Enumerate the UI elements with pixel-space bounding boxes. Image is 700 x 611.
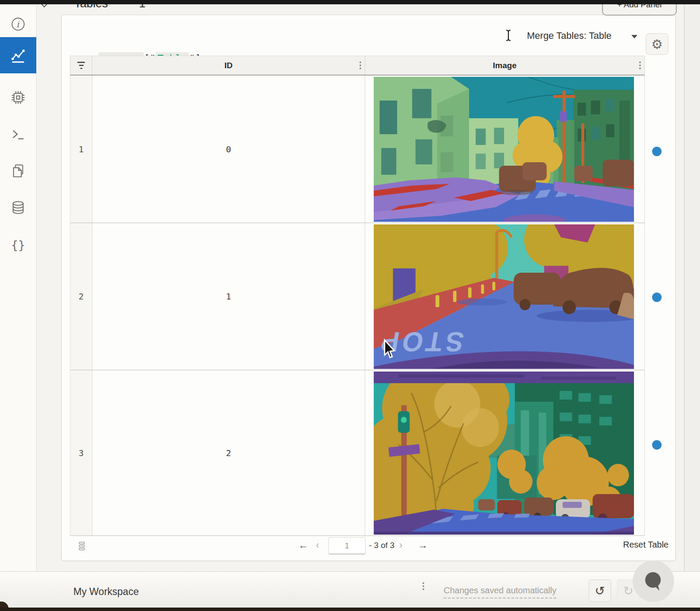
chat-fab[interactable] xyxy=(633,561,674,602)
page-scrollbar[interactable] xyxy=(684,4,700,571)
undo-button[interactable]: ↺ xyxy=(589,580,611,602)
window-bottom-edge xyxy=(0,608,700,611)
column-label: Image xyxy=(493,61,517,70)
cell-image[interactable]: STOP xyxy=(365,223,644,370)
workspace-footer: My Workspace Changes saved automatically… xyxy=(0,571,700,611)
cell-id: 1 xyxy=(92,223,365,370)
previous-page-button[interactable]: ‹ xyxy=(316,539,319,551)
reset-table-button[interactable]: Reset Table xyxy=(623,540,668,550)
table-rows-icon[interactable] xyxy=(79,542,85,551)
sidebar-item-code[interactable]: {} xyxy=(0,229,36,260)
code-braces-icon: {} xyxy=(10,236,26,253)
svg-text:i: i xyxy=(16,19,20,29)
autosave-status[interactable]: Changes saved automatically xyxy=(444,586,556,598)
table-corner-cell xyxy=(70,56,92,75)
column-header-id[interactable]: ID xyxy=(92,56,365,75)
sidebar-item-artifacts[interactable] xyxy=(0,192,36,223)
undo-icon: ↺ xyxy=(595,584,605,598)
sidebar-item-charts[interactable] xyxy=(0,37,36,73)
files-icon xyxy=(10,163,26,179)
row-number: 2 xyxy=(70,223,92,370)
panel-settings-button[interactable]: ⚙ xyxy=(646,33,668,55)
line-chart-icon xyxy=(10,47,26,63)
column-header-image[interactable]: Image xyxy=(365,56,644,75)
cell-image[interactable] xyxy=(365,76,644,223)
text-cursor xyxy=(505,29,513,42)
gear-icon: ⚙ xyxy=(651,37,663,52)
merge-tables-dropdown[interactable]: Merge Tables: Table xyxy=(527,30,665,41)
redo-icon: ↻ xyxy=(623,584,633,598)
column-label: ID xyxy=(224,61,233,70)
page-range-label: - 3 of 3 xyxy=(369,541,394,550)
runs-table: ID Image 1 0 xyxy=(70,56,645,536)
sidebar-item-system[interactable] xyxy=(0,82,36,113)
segmentation-image-stop-street[interactable]: STOP xyxy=(374,224,634,369)
run-color-dot[interactable] xyxy=(652,440,662,450)
left-sidebar: i xyxy=(0,4,37,571)
table-footer: ← ‹ - 3 of 3 › → Reset Table xyxy=(62,536,675,557)
table-row[interactable]: 2 1 xyxy=(70,223,645,370)
system-chip-icon xyxy=(10,89,26,106)
table-header-row: ID Image xyxy=(70,56,645,76)
last-page-button[interactable]: → xyxy=(418,539,428,551)
cell-image[interactable] xyxy=(365,370,644,535)
page-number-input[interactable] xyxy=(328,537,366,554)
segmentation-image-street[interactable] xyxy=(374,77,634,222)
row-number: 1 xyxy=(70,76,92,223)
svg-text:{}: {} xyxy=(11,238,25,252)
sidebar-item-files[interactable] xyxy=(0,155,36,186)
run-color-dot[interactable] xyxy=(652,147,662,156)
table-row[interactable]: 3 2 xyxy=(70,370,645,536)
next-page-button[interactable]: › xyxy=(399,539,403,551)
filter-icon[interactable] xyxy=(77,61,85,70)
table-row[interactable]: 1 0 xyxy=(70,76,645,223)
column-menu-icon[interactable] xyxy=(359,61,361,70)
table-panel: runs.summary["Table"] Merge Tables: Tabl… xyxy=(61,15,676,561)
row-number: 3 xyxy=(70,370,92,535)
segmentation-image-city-street[interactable] xyxy=(374,372,634,535)
window-top-edge xyxy=(0,0,700,4)
chat-bubble-icon xyxy=(642,570,665,592)
first-page-button[interactable]: ← xyxy=(298,539,308,551)
chevron-down-icon[interactable] xyxy=(631,35,637,38)
database-icon xyxy=(10,199,26,216)
workspace-menu-icon[interactable] xyxy=(150,582,697,591)
terminal-icon xyxy=(10,126,26,142)
cell-id: 2 xyxy=(92,370,365,535)
run-color-dot[interactable] xyxy=(652,293,662,302)
column-menu-icon[interactable] xyxy=(639,61,641,70)
info-icon: i xyxy=(10,16,26,32)
sidebar-item-info[interactable]: i xyxy=(0,9,36,40)
workspace-title[interactable]: My Workspace xyxy=(73,586,139,598)
cell-id: 0 xyxy=(92,76,365,223)
sidebar-item-logs[interactable] xyxy=(0,119,36,150)
